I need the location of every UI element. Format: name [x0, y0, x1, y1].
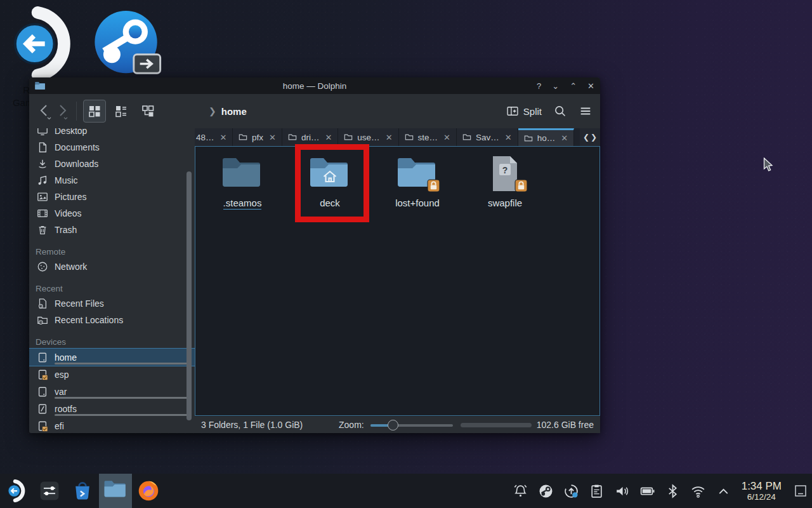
tab-close-icon[interactable]: ✕	[220, 133, 227, 142]
tab-pfx[interactable]: pfx✕	[233, 128, 282, 146]
battery-icon[interactable]	[639, 483, 655, 499]
items-summary: 3 Folders, 1 File (1.0 GiB)	[201, 420, 303, 430]
clipboard-icon[interactable]	[589, 483, 605, 499]
caret-up-icon[interactable]	[716, 483, 731, 499]
minimize-button[interactable]: ⌄	[552, 82, 559, 90]
tab-sav[interactable]: Sav…✕	[457, 128, 518, 146]
sidebar-item-label: Downloads	[55, 159, 98, 169]
sidebar-item-recent-files[interactable]: Recent Files	[29, 295, 195, 312]
search-icon[interactable]	[553, 104, 567, 118]
show-desktop-button[interactable]	[789, 474, 812, 508]
tab-label: 48…	[196, 133, 214, 142]
folder-view[interactable]: .steamosdecklost+found?swapfile	[195, 146, 600, 416]
sidebar-scrollbar[interactable]	[187, 171, 192, 420]
drive-icon	[37, 352, 48, 363]
mouse-cursor	[763, 157, 774, 172]
maximize-button[interactable]: ⌃	[570, 82, 577, 90]
sidebar-item-documents[interactable]: Documents	[29, 139, 195, 156]
folder-tab-icon	[239, 133, 247, 142]
show-desktop-icon	[793, 483, 808, 498]
image-icon	[37, 191, 48, 203]
disk-capacity-bar	[461, 423, 532, 427]
tab-dri[interactable]: dri…✕	[282, 128, 338, 146]
file-question-icon: ?	[485, 156, 525, 191]
tab-use[interactable]: use…✕	[338, 128, 398, 146]
tab-close-icon[interactable]: ✕	[505, 133, 512, 142]
tab-close-icon[interactable]: ✕	[561, 133, 568, 143]
file-item-swapfile[interactable]: ?swapfile	[472, 156, 538, 209]
recent-doc-icon	[37, 298, 48, 309]
wifi-icon[interactable]	[690, 483, 706, 499]
sidebar-item-rootfs[interactable]: rootfs	[29, 400, 195, 417]
close-button[interactable]: ✕	[587, 82, 594, 90]
zoom-slider[interactable]	[370, 420, 453, 431]
sidebar-item-music[interactable]: Music	[29, 172, 195, 189]
sidebar-item-esp[interactable]: esp	[29, 366, 195, 383]
tab-close-icon[interactable]: ✕	[386, 133, 393, 142]
tab-48[interactable]: 48…✕	[195, 128, 233, 146]
sidebar-item-recent-locations[interactable]: Recent Locations	[29, 312, 195, 328]
split-icon	[506, 105, 519, 117]
zoom-slider-handle[interactable]	[388, 420, 398, 431]
sidebar-item-downloads[interactable]: Downloads	[29, 156, 195, 172]
tab-close-icon[interactable]: ✕	[443, 133, 450, 142]
steam-icon[interactable]	[538, 483, 554, 499]
sidebar-item-desktop[interactable]: Desktop	[29, 128, 195, 139]
recent-folder-icon	[37, 314, 48, 326]
disk-usage-bar	[55, 397, 190, 399]
breadcrumb-chevron-icon: ❯	[209, 106, 216, 116]
sidebar-item-label: Recent Files	[55, 298, 104, 309]
updates-icon[interactable]	[563, 483, 579, 499]
tab-label: ste…	[418, 133, 438, 142]
tab-ste[interactable]: ste…✕	[399, 128, 457, 146]
sidebar-item-trash[interactable]: Trash	[29, 222, 195, 238]
taskbar-firefox-button[interactable]	[132, 474, 165, 508]
file-item-steamos[interactable]: .steamos	[209, 156, 275, 210]
taskbar-discover-button[interactable]	[66, 474, 99, 508]
tree-view-button[interactable]	[136, 100, 159, 123]
zoom-label: Zoom:	[339, 420, 364, 430]
sidebar-item-home[interactable]: home	[29, 349, 195, 366]
clock-time: 1:34 PM	[742, 480, 782, 492]
titlebar[interactable]: home — Dolphin ?⌄⌃✕	[29, 77, 600, 94]
folder-tab-icon	[524, 134, 533, 143]
monitor-icon	[37, 128, 48, 137]
sidebar-item-network[interactable]: Network	[29, 258, 195, 275]
bluetooth-icon[interactable]	[665, 483, 681, 499]
details-view-button[interactable]	[110, 100, 133, 123]
clock[interactable]: 1:34 PM 6/12/24	[742, 480, 782, 502]
tab-close-icon[interactable]: ✕	[325, 133, 332, 142]
forward-button[interactable]	[53, 102, 70, 121]
sidebar-item-efi[interactable]: efi	[29, 417, 195, 433]
tab-scroll-left-icon[interactable]: ❮	[583, 133, 589, 142]
file-item-label: lost+found	[395, 197, 440, 208]
notifications-icon[interactable]	[513, 483, 528, 499]
tab-scroll-right-icon[interactable]: ❯	[591, 133, 597, 142]
taskbar-app-launcher-button[interactable]	[0, 474, 33, 508]
sidebar-item-var[interactable]: var	[29, 383, 195, 400]
sidebar-item-videos[interactable]: Videos	[29, 205, 195, 222]
breadcrumb[interactable]: ❯ home	[209, 106, 247, 117]
help-button[interactable]: ?	[537, 82, 541, 90]
breadcrumb-home[interactable]: home	[221, 106, 247, 117]
sidebar-item-pictures[interactable]: Pictures	[29, 189, 195, 205]
file-item-lost-found[interactable]: lost+found	[384, 156, 450, 209]
tab-close-icon[interactable]: ✕	[269, 133, 276, 142]
drive-root-icon	[37, 403, 48, 415]
folder-tab-icon	[462, 133, 471, 142]
volume-icon[interactable]	[614, 483, 630, 499]
download-icon	[37, 158, 48, 170]
tab-ho[interactable]: ho…✕	[518, 128, 574, 146]
split-label: Split	[523, 106, 542, 117]
back-button[interactable]	[37, 102, 53, 121]
taskbar-system-settings-button[interactable]	[33, 474, 66, 508]
icons-view-button[interactable]	[83, 100, 106, 123]
taskbar-dolphin-button[interactable]	[99, 474, 132, 508]
split-button[interactable]: Split	[506, 105, 542, 117]
folder-tab-icon	[344, 133, 353, 142]
dolphin-icon	[104, 479, 127, 502]
sidebar-item-label: Desktop	[55, 128, 87, 136]
hamburger-menu-icon[interactable]	[579, 104, 593, 118]
drive-emblem-icon	[37, 420, 48, 432]
lock-emblem-icon	[427, 179, 440, 192]
